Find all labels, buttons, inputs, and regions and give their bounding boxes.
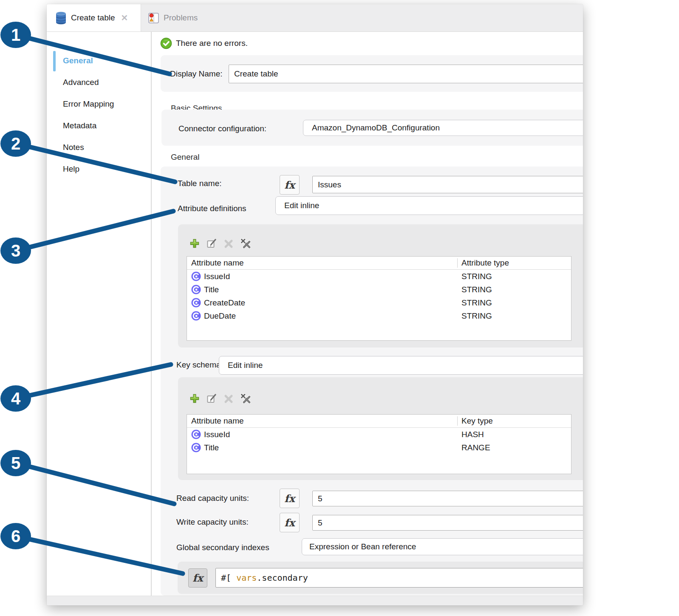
column-header-type[interactable]: Key type	[461, 415, 493, 427]
attribute-item-icon	[191, 311, 201, 321]
read-capacity-input[interactable]: 5	[312, 491, 583, 506]
expression-input[interactable]: #[ vars.secondary	[215, 568, 583, 588]
expression-variable: vars	[236, 573, 257, 583]
callout-4: 4	[0, 385, 31, 412]
close-icon[interactable]: ✕	[121, 13, 128, 23]
connector-configuration-label: Connector configuration:	[178, 124, 266, 133]
attribute-item-icon	[191, 430, 201, 439]
table-header-row: Attribute nameKey type	[187, 415, 571, 428]
dynamodb-icon	[55, 11, 67, 25]
table-row[interactable]: TitleSTRING	[187, 283, 571, 296]
edit-icon[interactable]	[207, 393, 217, 404]
key-schemas-table[interactable]: Attribute nameKey typeIssueIdHASHTitleRA…	[187, 414, 571, 474]
tab-bar: Create table ✕ Problems	[47, 4, 583, 32]
write-capacity-label: Write capacity units:	[176, 517, 249, 527]
connector-configuration-select[interactable]: Amazon_DynamoDB_Configuration	[303, 120, 583, 136]
add-icon[interactable]	[190, 238, 200, 249]
attribute-name-cell: IssueId	[204, 430, 230, 439]
display-name-input[interactable]: Create table	[229, 65, 583, 83]
properties-editor-window: Create table ✕ Problems General Advanced…	[47, 4, 583, 605]
global-secondary-indexes-label: Global secondary indexes	[176, 543, 269, 552]
delete-icon[interactable]	[224, 393, 234, 404]
general-title: General	[171, 152, 200, 162]
status-message: There are no errors.	[176, 38, 248, 48]
attribute-name-cell: IssueId	[204, 272, 230, 281]
sidebar-item-error-mapping[interactable]: Error Mapping	[63, 99, 114, 109]
sidebar-divider	[151, 31, 152, 600]
table-name-input[interactable]: Issues	[312, 176, 583, 193]
attribute-type-cell: STRING	[461, 270, 492, 283]
attribute-definitions-mode-select[interactable]: Edit inline	[275, 196, 583, 215]
read-capacity-fx-button[interactable]: fx	[280, 489, 300, 508]
table-row[interactable]: DueDateSTRING	[187, 309, 571, 322]
edit-icon[interactable]	[207, 238, 217, 249]
global-secondary-indexes-mode-select[interactable]: Expression or Bean reference	[302, 538, 583, 555]
delete-all-icon[interactable]	[240, 393, 251, 404]
success-check-icon	[160, 37, 172, 51]
write-capacity-input[interactable]: 5	[312, 515, 583, 531]
callout-5: 5	[0, 450, 31, 476]
callout-2: 2	[0, 130, 31, 157]
attribute-type-cell: HASH	[461, 428, 484, 441]
attribute-name-cell: CreateDate	[204, 298, 245, 308]
display-name-label: Display Name:	[170, 69, 223, 79]
attribute-item-icon	[191, 285, 201, 294]
table-row[interactable]: CreateDateSTRING	[187, 296, 571, 309]
table-row[interactable]: IssueIdHASH	[187, 428, 571, 441]
attribute-definitions-toolbar	[190, 238, 251, 249]
sidebar-item-advanced[interactable]: Advanced	[63, 77, 99, 88]
add-icon[interactable]	[190, 393, 200, 404]
tab-create-table-label: Create table	[71, 13, 115, 23]
sidebar-item-help[interactable]: Help	[63, 164, 79, 174]
window-bottom-strip	[47, 596, 583, 605]
screenshot-canvas: Create table ✕ Problems General Advanced…	[0, 0, 679, 616]
attribute-item-icon	[191, 443, 201, 452]
attribute-type-cell: STRING	[461, 283, 492, 296]
sidebar-item-metadata[interactable]: Metadata	[63, 121, 96, 131]
delete-all-icon[interactable]	[240, 238, 251, 249]
tab-problems-label: Problems	[164, 13, 198, 23]
write-capacity-fx-button[interactable]: fx	[280, 513, 300, 532]
sidebar-active-indicator	[53, 51, 56, 71]
attribute-definitions-table[interactable]: Attribute nameAttribute typeIssueIdSTRIN…	[187, 256, 571, 341]
attribute-name-cell: Title	[204, 285, 219, 294]
attribute-name-cell: DueDate	[204, 311, 236, 321]
callout-3: 3	[0, 237, 31, 264]
attribute-type-cell: STRING	[461, 296, 492, 309]
expression-fx-button[interactable]: fx	[188, 568, 207, 588]
column-header-name[interactable]: Attribute name	[187, 258, 244, 268]
key-schemas-toolbar	[190, 393, 251, 404]
attribute-definitions-label: Attribute definitions	[178, 203, 246, 213]
table-row[interactable]: TitleRANGE	[187, 441, 571, 454]
attribute-name-cell: Title	[204, 443, 219, 452]
attribute-type-cell: STRING	[461, 309, 492, 322]
attribute-type-cell: RANGE	[461, 441, 490, 454]
sidebar-item-notes[interactable]: Notes	[63, 142, 84, 153]
column-header-name[interactable]: Attribute name	[187, 416, 244, 426]
column-header-type[interactable]: Attribute type	[461, 257, 509, 269]
key-schemas-mode-select[interactable]: Edit inline	[219, 356, 583, 375]
table-name-fx-button[interactable]: fx	[280, 175, 300, 195]
key-schemas-label: Key schemas	[176, 360, 225, 370]
delete-icon[interactable]	[224, 238, 234, 249]
column-divider[interactable]	[457, 416, 458, 426]
column-divider[interactable]	[457, 258, 458, 268]
sidebar-item-general[interactable]: General	[63, 56, 93, 66]
tab-problems[interactable]: Problems	[141, 4, 222, 31]
read-capacity-label: Read capacity units:	[176, 493, 249, 503]
callout-1: 1	[0, 22, 31, 48]
attribute-item-icon	[191, 298, 201, 308]
attribute-item-icon	[191, 271, 201, 281]
expression-text: #[ vars.secondary	[221, 573, 308, 583]
tab-create-table[interactable]: Create table ✕	[47, 4, 141, 31]
table-name-label: Table name:	[178, 178, 222, 188]
problems-icon	[148, 12, 159, 24]
table-header-row: Attribute nameAttribute type	[187, 257, 571, 270]
callout-6: 6	[0, 523, 31, 549]
table-row[interactable]: IssueIdSTRING	[187, 270, 571, 283]
